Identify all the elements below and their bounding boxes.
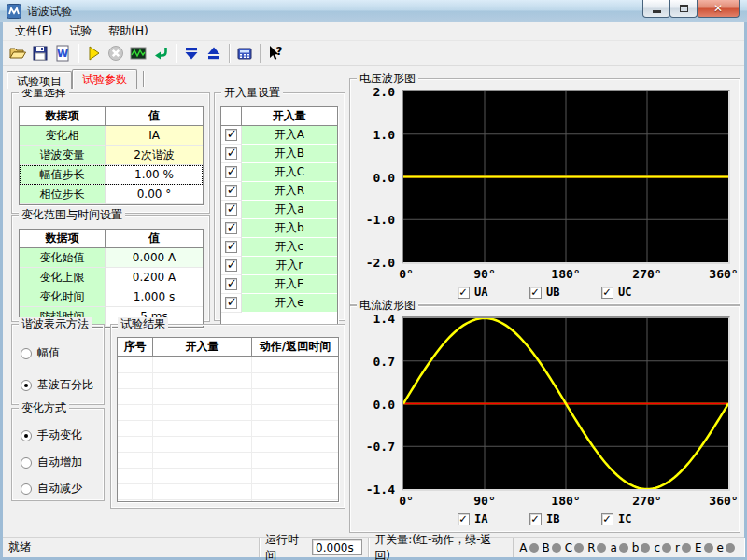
row-value[interactable]: 0.00 ° bbox=[106, 185, 203, 204]
indicator-A: A bbox=[519, 541, 538, 554]
return-button[interactable] bbox=[149, 43, 172, 64]
close-icon: ✕ bbox=[713, 2, 723, 15]
row-value[interactable]: 0.200 A bbox=[106, 268, 203, 287]
save-button[interactable] bbox=[29, 43, 51, 64]
runtime-value-box: 0.000s bbox=[312, 539, 362, 555]
results-group: 试验结果 序号 开入量 动作/返回时间 bbox=[110, 324, 345, 509]
row-value[interactable]: 1.00 % bbox=[106, 165, 203, 185]
input-row: 开入e bbox=[221, 294, 337, 313]
range-time-table: 数据项 值 变化始值 0.000 A 变化上限 0.200 A 变化时间 1.0… bbox=[19, 229, 204, 328]
radio-icon bbox=[21, 457, 32, 469]
waveform-view-button[interactable] bbox=[127, 43, 149, 64]
legend-ub[interactable]: UB bbox=[529, 286, 601, 299]
input-checkbox[interactable] bbox=[221, 294, 242, 313]
menu-test[interactable]: 试验 bbox=[61, 21, 100, 41]
input-checkbox[interactable] bbox=[221, 145, 242, 163]
input-row: 开入c bbox=[221, 238, 337, 257]
indicator-label: c bbox=[654, 541, 660, 554]
row-label: 相位步长 bbox=[20, 185, 106, 204]
context-help-button[interactable]: ? bbox=[264, 43, 287, 64]
indicator-dot bbox=[529, 543, 539, 553]
open-file-button[interactable] bbox=[7, 43, 29, 64]
close-button[interactable]: ✕ bbox=[697, 0, 740, 18]
radio-fundamental-percent[interactable]: 基波百分比 bbox=[21, 377, 93, 393]
input-row: 开入R bbox=[221, 182, 337, 201]
input-checkbox[interactable] bbox=[221, 201, 242, 219]
tab-test-items[interactable]: 试验项目 bbox=[7, 71, 72, 89]
checkbox-icon bbox=[225, 129, 237, 141]
checkbox-icon bbox=[529, 513, 542, 525]
x-tick: 270° bbox=[632, 494, 661, 508]
run-button[interactable] bbox=[82, 43, 105, 64]
row-value[interactable]: 2次谐波 bbox=[106, 146, 203, 165]
input-checkbox[interactable] bbox=[221, 238, 242, 257]
row-value[interactable]: 0.000 A bbox=[106, 248, 203, 268]
legend-ic[interactable]: IC bbox=[601, 512, 673, 525]
table-row: 变化相 IA bbox=[20, 126, 203, 146]
change-mode-title: 变化方式 bbox=[19, 401, 69, 414]
table-header-row: 数据项 值 bbox=[20, 107, 203, 126]
tab-test-params[interactable]: 试验参数 bbox=[72, 69, 137, 89]
stop-icon bbox=[106, 44, 125, 63]
checkbox-icon bbox=[225, 278, 237, 290]
indicator-e: e bbox=[717, 541, 735, 554]
radio-icon bbox=[21, 380, 32, 391]
toolbar-separator bbox=[229, 44, 230, 63]
x-tick: 180° bbox=[551, 267, 580, 281]
indicator-E: E bbox=[695, 541, 713, 554]
tab-strip-divider bbox=[143, 71, 144, 87]
input-label: 开入C bbox=[242, 163, 337, 182]
checkbox-icon bbox=[601, 287, 613, 299]
current-chart-title: 电流波形图 bbox=[357, 299, 418, 312]
legend-label: IC bbox=[618, 512, 631, 525]
step-up-button[interactable] bbox=[203, 43, 225, 64]
maximize-button[interactable] bbox=[669, 0, 698, 18]
minimize-button[interactable] bbox=[642, 0, 670, 18]
input-checkbox[interactable] bbox=[221, 182, 242, 201]
legend-ia[interactable]: IA bbox=[458, 512, 529, 525]
indicator-dot bbox=[574, 543, 584, 553]
step-down-button[interactable] bbox=[180, 43, 203, 64]
legend-uc[interactable]: UC bbox=[601, 286, 673, 299]
return-icon bbox=[151, 44, 170, 63]
menu-help[interactable]: 帮助(H) bbox=[100, 21, 156, 41]
input-row: 开入A bbox=[221, 126, 337, 145]
legend-label: IA bbox=[474, 512, 487, 525]
radio-icon bbox=[21, 483, 32, 495]
menu-file[interactable]: 文件(F) bbox=[7, 21, 61, 41]
row-value[interactable]: 1.000 s bbox=[106, 287, 203, 307]
checkbox-icon bbox=[225, 185, 237, 197]
calculator-button[interactable] bbox=[233, 43, 256, 64]
app-window: 谐波试验 ✕ 文件(F) 试验 帮助(H) bbox=[0, 0, 747, 560]
column-header: 序号 bbox=[118, 338, 153, 357]
voltage-legend: UA UB UC bbox=[458, 286, 673, 299]
table-row: 变化始值 0.000 A bbox=[20, 248, 203, 268]
input-set-title: 开入量设置 bbox=[221, 86, 283, 99]
radio-auto-increase[interactable]: 自动增加 bbox=[21, 455, 82, 470]
input-checkbox[interactable] bbox=[221, 257, 242, 275]
legend-ib[interactable]: IB bbox=[529, 512, 601, 525]
row-value[interactable]: IA bbox=[106, 126, 203, 146]
main-content: 试验项目 试验参数 变量选择 数据项 值 变化相 IA 谐 bbox=[3, 67, 744, 537]
toolbar-separator bbox=[176, 44, 176, 63]
current-waveform-group: 电流波形图 1.4 0.7 0.0 -0.7 -1.4 0° 90° 180° … bbox=[349, 305, 740, 533]
legend-ua[interactable]: UA bbox=[458, 286, 529, 299]
radio-manual-change[interactable]: 手动变化 bbox=[21, 427, 82, 443]
input-checkbox[interactable] bbox=[221, 219, 242, 238]
title-bar[interactable]: 谐波试验 ✕ bbox=[0, 0, 747, 22]
runtime-label: 运行时间 bbox=[265, 532, 308, 560]
input-checkbox[interactable] bbox=[221, 163, 242, 182]
input-checkbox[interactable] bbox=[221, 126, 242, 145]
checkbox-icon bbox=[458, 287, 470, 299]
export-word-button[interactable]: W bbox=[51, 43, 74, 64]
input-row: 开入r bbox=[221, 257, 337, 275]
radio-auto-decrease[interactable]: 自动减少 bbox=[21, 481, 82, 497]
legend-label: UC bbox=[618, 286, 631, 299]
stop-button[interactable] bbox=[105, 43, 127, 64]
harmonic-repr-group: 谐波表示方法 幅值 基波百分比 bbox=[11, 324, 105, 405]
results-empty-body[interactable] bbox=[118, 357, 338, 501]
y-tick: 0.7 bbox=[374, 355, 395, 369]
voltage-chart-canvas bbox=[403, 91, 728, 262]
radio-amplitude[interactable]: 幅值 bbox=[21, 345, 60, 361]
input-checkbox[interactable] bbox=[221, 275, 242, 294]
